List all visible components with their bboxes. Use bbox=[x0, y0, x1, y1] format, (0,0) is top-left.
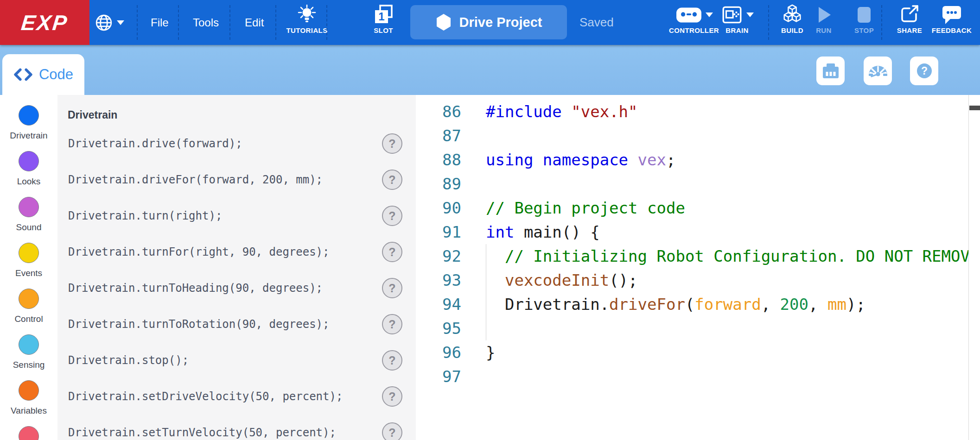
line-number: 94 bbox=[416, 292, 461, 316]
line-number: 87 bbox=[416, 124, 461, 148]
divider bbox=[178, 5, 179, 40]
sidebar-item-sound[interactable]: Sound bbox=[0, 197, 57, 233]
globe-icon bbox=[95, 14, 113, 31]
vexcode-app: EXP File Tools Edit bbox=[0, 0, 980, 440]
command-help-button[interactable]: ? bbox=[382, 350, 402, 371]
editor-line[interactable]: 88using namespace vex; bbox=[416, 148, 980, 172]
feedback-button[interactable]: FEEDBACK bbox=[930, 5, 973, 34]
slot-icon: 1 bbox=[373, 5, 394, 25]
category-sidebar: DrivetrainLooksSoundEventsControlSensing… bbox=[0, 95, 57, 440]
command-help-button[interactable]: ? bbox=[382, 278, 402, 298]
command-help-button[interactable]: ? bbox=[382, 170, 402, 190]
editor-line[interactable]: 95 bbox=[416, 316, 980, 340]
exp-logo-text: EXP bbox=[20, 10, 70, 35]
line-number: 90 bbox=[416, 196, 461, 220]
command-text[interactable]: Drivetrain.drive(forward); bbox=[68, 133, 242, 154]
project-name-button[interactable]: Drive Project bbox=[410, 5, 567, 39]
editor-line[interactable]: 91int main() { bbox=[416, 220, 980, 244]
dashboard-button[interactable] bbox=[864, 57, 892, 85]
command-help-button[interactable]: ? bbox=[382, 206, 402, 226]
stop-button[interactable]: STOP bbox=[848, 5, 880, 34]
command-help-button[interactable]: ? bbox=[382, 314, 402, 334]
command-row: Drivetrain.turnToHeading(90, degrees);? bbox=[57, 277, 416, 299]
sidebar-item-extra[interactable] bbox=[0, 426, 57, 440]
command-help-button[interactable]: ? bbox=[382, 242, 402, 262]
editor-line[interactable]: 92 // Initializing Robot Configuration. … bbox=[416, 244, 980, 268]
command-row: Drivetrain.turn(right);? bbox=[57, 205, 416, 226]
line-code: int main() { bbox=[486, 220, 600, 244]
stop-label: STOP bbox=[854, 26, 874, 34]
command-help-button[interactable]: ? bbox=[382, 133, 402, 154]
command-text[interactable]: Drivetrain.turnToHeading(90, degrees); bbox=[68, 277, 323, 299]
device-config-button[interactable] bbox=[816, 57, 845, 85]
sidebar-item-looks[interactable]: Looks bbox=[0, 151, 57, 187]
code-editor[interactable]: 86#include "vex.h"8788using namespace ve… bbox=[416, 95, 980, 440]
category-label: Looks bbox=[17, 176, 41, 187]
share-label: SHARE bbox=[897, 26, 923, 34]
editor-line[interactable]: 94 Drivetrain.driveFor(forward, 200, mm)… bbox=[416, 292, 980, 316]
feedback-label: FEEDBACK bbox=[932, 26, 972, 34]
divider bbox=[275, 5, 276, 40]
events-category-icon bbox=[19, 243, 39, 263]
tab-code[interactable]: Code bbox=[2, 54, 84, 95]
menu-edit[interactable]: Edit bbox=[245, 0, 264, 45]
run-label: RUN bbox=[816, 26, 832, 34]
scrollbar-thumb[interactable] bbox=[969, 106, 980, 110]
scrollbar-track[interactable] bbox=[968, 95, 980, 440]
looks-category-icon bbox=[19, 151, 39, 171]
command-text[interactable]: Drivetrain.driveFor(forward, 200, mm); bbox=[68, 169, 323, 190]
variables-category-icon bbox=[19, 380, 39, 401]
line-number: 96 bbox=[416, 340, 461, 365]
slot-number: 1 bbox=[378, 10, 384, 23]
editor-line[interactable]: 97 bbox=[416, 365, 980, 389]
extra-category-icon bbox=[19, 426, 39, 440]
run-button[interactable]: RUN bbox=[808, 5, 840, 34]
control-category-icon bbox=[19, 289, 39, 309]
save-status: Saved bbox=[579, 0, 614, 45]
line-number: 91 bbox=[416, 220, 461, 244]
sidebar-item-drivetrain[interactable]: Drivetrain bbox=[0, 105, 57, 141]
line-number: 95 bbox=[416, 316, 461, 340]
editor-line[interactable]: 90// Begin project code bbox=[416, 196, 980, 220]
editor-line[interactable]: 89 bbox=[416, 172, 980, 196]
svg-text:?: ? bbox=[921, 65, 927, 77]
slot-button[interactable]: 1 SLOT bbox=[363, 5, 404, 34]
editor-line[interactable]: 96} bbox=[416, 340, 980, 365]
editor-line[interactable]: 87 bbox=[416, 124, 980, 148]
code-brackets-icon bbox=[13, 68, 33, 81]
line-code: // Initializing Robot Configuration. DO … bbox=[486, 244, 980, 268]
build-label: BUILD bbox=[781, 26, 803, 34]
build-button[interactable]: BUILD bbox=[774, 5, 811, 34]
menu-tools[interactable]: Tools bbox=[193, 0, 219, 45]
divider bbox=[326, 5, 327, 40]
sound-category-icon bbox=[19, 197, 39, 217]
command-text[interactable]: Drivetrain.turnFor(right, 90, degrees); bbox=[68, 241, 330, 263]
chevron-down-icon bbox=[746, 13, 754, 17]
command-text[interactable]: Drivetrain.setDriveVelocity(50, percent)… bbox=[68, 386, 343, 407]
sidebar-item-control[interactable]: Control bbox=[0, 289, 57, 324]
panel-header: Drivetrain bbox=[68, 109, 117, 121]
chevron-down-icon bbox=[706, 13, 713, 17]
sidebar-item-sensing[interactable]: Sensing bbox=[0, 334, 57, 370]
editor-line[interactable]: 86#include "vex.h" bbox=[416, 100, 980, 124]
command-help-button[interactable]: ? bbox=[382, 422, 402, 440]
chevron-down-icon bbox=[117, 20, 124, 25]
sidebar-item-events[interactable]: Events bbox=[0, 243, 57, 278]
category-label: Events bbox=[15, 268, 42, 278]
help-button[interactable]: ? bbox=[910, 57, 938, 85]
brain-button[interactable]: BRAIN bbox=[714, 5, 760, 34]
command-help-button[interactable]: ? bbox=[382, 386, 402, 407]
command-text[interactable]: Drivetrain.turnToRotation(90, degrees); bbox=[68, 314, 330, 335]
editor-line[interactable]: 93 vexcodeInit(); bbox=[416, 268, 980, 292]
command-text[interactable]: Drivetrain.setTurnVelocity(50, percent); bbox=[68, 422, 336, 440]
controller-button[interactable]: CONTROLLER bbox=[666, 5, 722, 34]
command-text[interactable]: Drivetrain.stop(); bbox=[68, 350, 189, 371]
category-label: Sound bbox=[16, 222, 42, 233]
share-button[interactable]: SHARE bbox=[891, 5, 928, 34]
command-text[interactable]: Drivetrain.turn(right); bbox=[68, 205, 222, 226]
command-row: Drivetrain.stop();? bbox=[57, 350, 416, 371]
language-menu-button[interactable] bbox=[95, 0, 124, 45]
sidebar-item-variables[interactable]: Variables bbox=[0, 380, 57, 416]
menu-file[interactable]: File bbox=[151, 0, 169, 45]
line-code: #include "vex.h" bbox=[486, 100, 638, 124]
